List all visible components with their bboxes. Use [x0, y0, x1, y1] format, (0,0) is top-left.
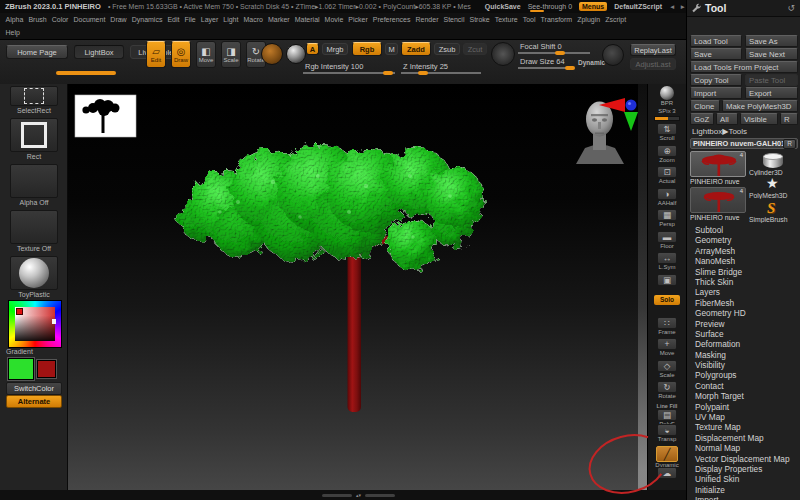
subpalette-item[interactable]: Visibility [687, 360, 800, 370]
subpalette-item[interactable]: Thick Skin [687, 277, 800, 287]
aahalf-button[interactable]: ◑ AAHalf [657, 188, 677, 210]
menu-item[interactable]: Render [413, 13, 441, 26]
document-thumbnail[interactable] [75, 95, 136, 137]
subpalette-item[interactable]: NanoMesh [687, 256, 800, 266]
copy-tool-button[interactable]: Copy Tool [690, 74, 742, 86]
home-page-button[interactable]: Home Page [6, 45, 68, 59]
brush-preview-icon[interactable] [491, 42, 515, 66]
export-button[interactable]: Export [745, 87, 798, 99]
lightbox-button[interactable]: LightBox [74, 45, 124, 59]
menu-item[interactable]: Marker [265, 13, 292, 26]
import-button[interactable]: Import [690, 87, 742, 99]
subpalette-item[interactable]: Import [687, 495, 800, 500]
actual-button[interactable]: ⊡ Actual [657, 166, 677, 188]
save-button[interactable]: Save [690, 48, 742, 60]
menu-item[interactable]: File [182, 13, 198, 26]
subpalette-item[interactable]: Texture Map [687, 422, 800, 432]
m-button[interactable]: M [385, 43, 398, 55]
persp-cloud-button[interactable]: ☁ [657, 467, 677, 489]
lightbox-tray-indicator[interactable] [56, 71, 116, 75]
dynamic-button[interactable]: ╱ Dynamic [655, 446, 678, 468]
goz-visible-button[interactable]: Visible [740, 113, 778, 125]
menu-item[interactable]: Stroke [467, 13, 492, 26]
menu-item[interactable]: Stencil [441, 13, 467, 26]
menu-item[interactable]: Tool [520, 13, 538, 26]
rotate-button[interactable]: ↻ Rotate [657, 381, 677, 403]
move-button[interactable]: + Move [657, 338, 677, 360]
alternate-button[interactable]: Alternate [6, 395, 62, 408]
menu-item[interactable]: Draw [108, 13, 129, 26]
bpr-button[interactable]: BPR [660, 86, 674, 108]
local-sym-button[interactable]: ↔ L.Sym [657, 252, 677, 274]
cylinder3d-icon[interactable] [763, 153, 783, 168]
focal-shift-slider[interactable]: Focal Shift 0 [518, 42, 590, 55]
subpalette-item[interactable]: Display Properties [687, 464, 800, 474]
draw-mode-button[interactable]: ◎ Draw [171, 41, 191, 68]
menu-item[interactable]: Light [221, 13, 241, 26]
document-canvas[interactable] [68, 84, 647, 490]
material-selector-button[interactable] [10, 256, 58, 290]
default-zscript-button[interactable]: DefaultZScript [614, 3, 662, 10]
menu-item[interactable]: Alpha [3, 13, 26, 26]
rgb-intensity-slider[interactable]: Rgb Intensity 100 [303, 62, 395, 75]
goz-button[interactable]: GoZ [690, 113, 714, 125]
menu-item[interactable]: Color [49, 13, 71, 26]
z-intensity-slider[interactable]: Z Intensity 25 [401, 62, 481, 75]
subpalette-item[interactable]: Normal Map [687, 443, 800, 453]
subpalette-item[interactable]: Geometry [687, 235, 800, 245]
clone-button[interactable]: Clone [690, 100, 720, 112]
menu-item[interactable]: Dynamics [129, 13, 165, 26]
refresh-icon[interactable]: ↺ [787, 3, 795, 13]
subpalette-item[interactable]: Slime Bridge [687, 267, 800, 277]
subpalette-item[interactable]: Subtool [687, 225, 800, 235]
lightbox-tools-button[interactable]: Lightbox▶Tools [692, 127, 747, 136]
zadd-button[interactable]: Zadd [401, 42, 431, 56]
main-color-swatch[interactable] [8, 358, 34, 380]
menu-item[interactable]: Texture [492, 13, 520, 26]
solo-button[interactable]: Solo [654, 295, 680, 317]
scroll-button[interactable]: ⇅ Scroll [657, 123, 677, 145]
subpalette-item[interactable]: Geometry HD [687, 308, 800, 318]
menu-item[interactable]: Picker [346, 13, 370, 26]
lock-button[interactable]: ▣ [657, 274, 677, 296]
brush-selectrect-button[interactable] [10, 86, 58, 106]
tool-thumb-2[interactable]: 4 [690, 187, 746, 213]
subpalette-item[interactable]: UV Map [687, 412, 800, 422]
save-next-button[interactable]: Save Next [745, 48, 798, 60]
edit-mode-button[interactable]: ▱ Edit [146, 41, 166, 68]
subpalette-item[interactable]: Surface [687, 329, 800, 339]
subpalette-item[interactable]: Initialize [687, 485, 800, 495]
menu-item[interactable]: Document [71, 13, 108, 26]
menu-item[interactable]: Layer [198, 13, 221, 26]
menu-item[interactable]: Edit [165, 13, 182, 26]
draw-size-slider[interactable]: Draw Size 64 [518, 57, 574, 70]
stroke-rect-button[interactable] [10, 118, 58, 152]
material-sphere-icon[interactable] [286, 44, 306, 64]
menu-item[interactable]: Zplugin [575, 13, 603, 26]
menu-item[interactable]: Material [292, 13, 322, 26]
texture-selector-button[interactable] [10, 210, 58, 244]
color-picker[interactable] [8, 300, 62, 348]
menu-item[interactable]: Brush [26, 13, 49, 26]
subpalette-item[interactable]: Vector Displacement Map [687, 454, 800, 464]
subpalette-item[interactable]: Masking [687, 350, 800, 360]
zscript-next-icon[interactable]: ► [679, 3, 685, 10]
subpalette-item[interactable]: Morph Target [687, 391, 800, 401]
subpalette-item[interactable]: Layers [687, 287, 800, 297]
active-tool-r-button[interactable]: R [783, 139, 796, 149]
polymesh3d-icon[interactable]: ★ [766, 176, 779, 190]
floor-button[interactable]: ▬ Floor [657, 231, 677, 253]
dynamic-mode-label[interactable]: Dynamic [578, 59, 605, 66]
menu-item[interactable]: Movie [322, 13, 346, 26]
zsub-button[interactable]: Zsub [434, 43, 460, 55]
spix-slider[interactable]: SPix 3 [654, 108, 680, 123]
scale-button[interactable]: ◇ Scale [657, 360, 677, 382]
subpalette-item[interactable]: Contact [687, 381, 800, 391]
switch-color-button[interactable]: SwitchColor [6, 382, 62, 395]
tool-palette-header[interactable]: Tool ↺ [687, 0, 800, 17]
secondary-color-swatch[interactable] [37, 360, 56, 378]
zscript-prev-icon[interactable]: ◄ [669, 3, 675, 10]
frame-button[interactable]: ∷ Frame [657, 317, 677, 339]
rgb-button[interactable]: Rgb [352, 42, 382, 56]
gyro-icon[interactable] [261, 43, 283, 65]
